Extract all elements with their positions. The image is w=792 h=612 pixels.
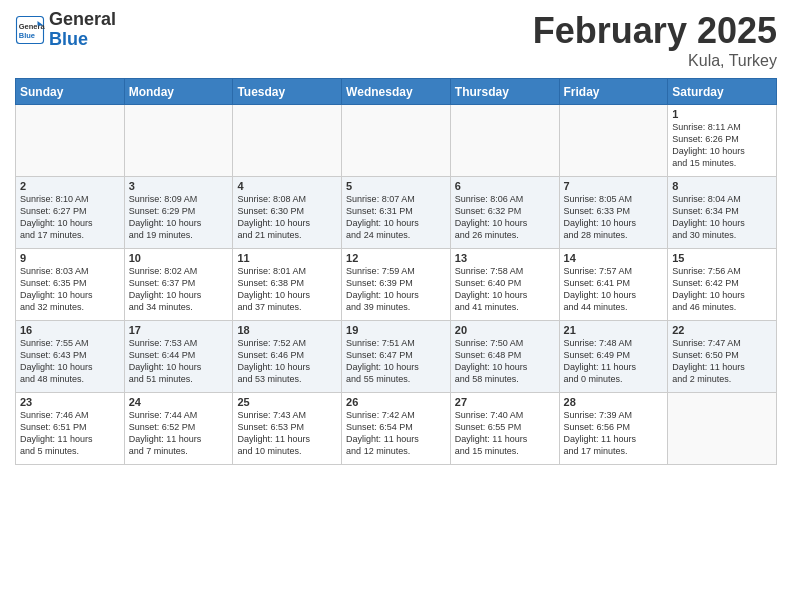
calendar-cell: 22Sunrise: 7:47 AM Sunset: 6:50 PM Dayli…	[668, 321, 777, 393]
day-info: Sunrise: 7:43 AM Sunset: 6:53 PM Dayligh…	[237, 409, 337, 458]
day-number: 15	[672, 252, 772, 264]
day-number: 26	[346, 396, 446, 408]
weekday-header: Tuesday	[233, 79, 342, 105]
calendar-cell: 3Sunrise: 8:09 AM Sunset: 6:29 PM Daylig…	[124, 177, 233, 249]
day-info: Sunrise: 7:56 AM Sunset: 6:42 PM Dayligh…	[672, 265, 772, 314]
day-info: Sunrise: 8:04 AM Sunset: 6:34 PM Dayligh…	[672, 193, 772, 242]
calendar-cell	[450, 105, 559, 177]
day-number: 6	[455, 180, 555, 192]
svg-text:Blue: Blue	[19, 30, 35, 39]
calendar-cell: 7Sunrise: 8:05 AM Sunset: 6:33 PM Daylig…	[559, 177, 668, 249]
calendar-cell: 16Sunrise: 7:55 AM Sunset: 6:43 PM Dayli…	[16, 321, 125, 393]
calendar-week: 2Sunrise: 8:10 AM Sunset: 6:27 PM Daylig…	[16, 177, 777, 249]
weekday-header: Thursday	[450, 79, 559, 105]
calendar-cell	[233, 105, 342, 177]
day-number: 2	[20, 180, 120, 192]
day-info: Sunrise: 7:52 AM Sunset: 6:46 PM Dayligh…	[237, 337, 337, 386]
day-number: 24	[129, 396, 229, 408]
weekday-header: Saturday	[668, 79, 777, 105]
calendar-header: SundayMondayTuesdayWednesdayThursdayFrid…	[16, 79, 777, 105]
calendar-week: 9Sunrise: 8:03 AM Sunset: 6:35 PM Daylig…	[16, 249, 777, 321]
calendar-page: General Blue General Blue February 2025 …	[0, 0, 792, 612]
day-number: 10	[129, 252, 229, 264]
day-number: 3	[129, 180, 229, 192]
day-info: Sunrise: 7:39 AM Sunset: 6:56 PM Dayligh…	[564, 409, 664, 458]
calendar-cell: 5Sunrise: 8:07 AM Sunset: 6:31 PM Daylig…	[342, 177, 451, 249]
day-number: 1	[672, 108, 772, 120]
day-number: 20	[455, 324, 555, 336]
day-info: Sunrise: 8:06 AM Sunset: 6:32 PM Dayligh…	[455, 193, 555, 242]
logo-general: General	[49, 9, 116, 29]
logo-text: General Blue	[49, 10, 116, 50]
day-number: 22	[672, 324, 772, 336]
weekday-row: SundayMondayTuesdayWednesdayThursdayFrid…	[16, 79, 777, 105]
calendar-table: SundayMondayTuesdayWednesdayThursdayFrid…	[15, 78, 777, 465]
day-number: 13	[455, 252, 555, 264]
day-number: 11	[237, 252, 337, 264]
day-info: Sunrise: 7:46 AM Sunset: 6:51 PM Dayligh…	[20, 409, 120, 458]
calendar-cell: 26Sunrise: 7:42 AM Sunset: 6:54 PM Dayli…	[342, 393, 451, 465]
calendar-cell: 12Sunrise: 7:59 AM Sunset: 6:39 PM Dayli…	[342, 249, 451, 321]
calendar-cell	[668, 393, 777, 465]
calendar-week: 1Sunrise: 8:11 AM Sunset: 6:26 PM Daylig…	[16, 105, 777, 177]
calendar-cell	[16, 105, 125, 177]
day-info: Sunrise: 8:03 AM Sunset: 6:35 PM Dayligh…	[20, 265, 120, 314]
calendar-body: 1Sunrise: 8:11 AM Sunset: 6:26 PM Daylig…	[16, 105, 777, 465]
day-info: Sunrise: 7:44 AM Sunset: 6:52 PM Dayligh…	[129, 409, 229, 458]
day-info: Sunrise: 8:07 AM Sunset: 6:31 PM Dayligh…	[346, 193, 446, 242]
calendar-week: 23Sunrise: 7:46 AM Sunset: 6:51 PM Dayli…	[16, 393, 777, 465]
day-info: Sunrise: 7:47 AM Sunset: 6:50 PM Dayligh…	[672, 337, 772, 386]
day-number: 18	[237, 324, 337, 336]
day-number: 17	[129, 324, 229, 336]
calendar-cell: 28Sunrise: 7:39 AM Sunset: 6:56 PM Dayli…	[559, 393, 668, 465]
logo: General Blue General Blue	[15, 10, 116, 50]
day-info: Sunrise: 8:01 AM Sunset: 6:38 PM Dayligh…	[237, 265, 337, 314]
calendar-cell: 1Sunrise: 8:11 AM Sunset: 6:26 PM Daylig…	[668, 105, 777, 177]
calendar-cell	[124, 105, 233, 177]
day-info: Sunrise: 7:58 AM Sunset: 6:40 PM Dayligh…	[455, 265, 555, 314]
calendar-cell: 2Sunrise: 8:10 AM Sunset: 6:27 PM Daylig…	[16, 177, 125, 249]
calendar-cell: 27Sunrise: 7:40 AM Sunset: 6:55 PM Dayli…	[450, 393, 559, 465]
day-number: 14	[564, 252, 664, 264]
calendar-cell: 13Sunrise: 7:58 AM Sunset: 6:40 PM Dayli…	[450, 249, 559, 321]
day-info: Sunrise: 8:10 AM Sunset: 6:27 PM Dayligh…	[20, 193, 120, 242]
calendar-cell: 25Sunrise: 7:43 AM Sunset: 6:53 PM Dayli…	[233, 393, 342, 465]
day-info: Sunrise: 7:59 AM Sunset: 6:39 PM Dayligh…	[346, 265, 446, 314]
day-info: Sunrise: 7:51 AM Sunset: 6:47 PM Dayligh…	[346, 337, 446, 386]
day-info: Sunrise: 7:40 AM Sunset: 6:55 PM Dayligh…	[455, 409, 555, 458]
calendar-cell: 8Sunrise: 8:04 AM Sunset: 6:34 PM Daylig…	[668, 177, 777, 249]
calendar-cell: 11Sunrise: 8:01 AM Sunset: 6:38 PM Dayli…	[233, 249, 342, 321]
day-number: 12	[346, 252, 446, 264]
calendar-cell: 23Sunrise: 7:46 AM Sunset: 6:51 PM Dayli…	[16, 393, 125, 465]
day-number: 25	[237, 396, 337, 408]
calendar-cell: 10Sunrise: 8:02 AM Sunset: 6:37 PM Dayli…	[124, 249, 233, 321]
location: Kula, Turkey	[533, 52, 777, 70]
calendar-cell: 6Sunrise: 8:06 AM Sunset: 6:32 PM Daylig…	[450, 177, 559, 249]
day-info: Sunrise: 8:05 AM Sunset: 6:33 PM Dayligh…	[564, 193, 664, 242]
calendar-cell: 17Sunrise: 7:53 AM Sunset: 6:44 PM Dayli…	[124, 321, 233, 393]
day-number: 4	[237, 180, 337, 192]
day-info: Sunrise: 7:53 AM Sunset: 6:44 PM Dayligh…	[129, 337, 229, 386]
day-number: 28	[564, 396, 664, 408]
calendar-cell: 19Sunrise: 7:51 AM Sunset: 6:47 PM Dayli…	[342, 321, 451, 393]
calendar-cell: 4Sunrise: 8:08 AM Sunset: 6:30 PM Daylig…	[233, 177, 342, 249]
day-number: 21	[564, 324, 664, 336]
day-number: 27	[455, 396, 555, 408]
day-number: 5	[346, 180, 446, 192]
day-info: Sunrise: 8:09 AM Sunset: 6:29 PM Dayligh…	[129, 193, 229, 242]
day-info: Sunrise: 7:50 AM Sunset: 6:48 PM Dayligh…	[455, 337, 555, 386]
day-info: Sunrise: 8:08 AM Sunset: 6:30 PM Dayligh…	[237, 193, 337, 242]
title-block: February 2025 Kula, Turkey	[533, 10, 777, 70]
calendar-cell: 18Sunrise: 7:52 AM Sunset: 6:46 PM Dayli…	[233, 321, 342, 393]
day-info: Sunrise: 7:42 AM Sunset: 6:54 PM Dayligh…	[346, 409, 446, 458]
logo-blue: Blue	[49, 29, 88, 49]
calendar-cell	[342, 105, 451, 177]
calendar-cell: 21Sunrise: 7:48 AM Sunset: 6:49 PM Dayli…	[559, 321, 668, 393]
day-info: Sunrise: 8:11 AM Sunset: 6:26 PM Dayligh…	[672, 121, 772, 170]
weekday-header: Sunday	[16, 79, 125, 105]
day-info: Sunrise: 8:02 AM Sunset: 6:37 PM Dayligh…	[129, 265, 229, 314]
day-number: 8	[672, 180, 772, 192]
day-info: Sunrise: 7:55 AM Sunset: 6:43 PM Dayligh…	[20, 337, 120, 386]
calendar-cell: 24Sunrise: 7:44 AM Sunset: 6:52 PM Dayli…	[124, 393, 233, 465]
day-number: 7	[564, 180, 664, 192]
